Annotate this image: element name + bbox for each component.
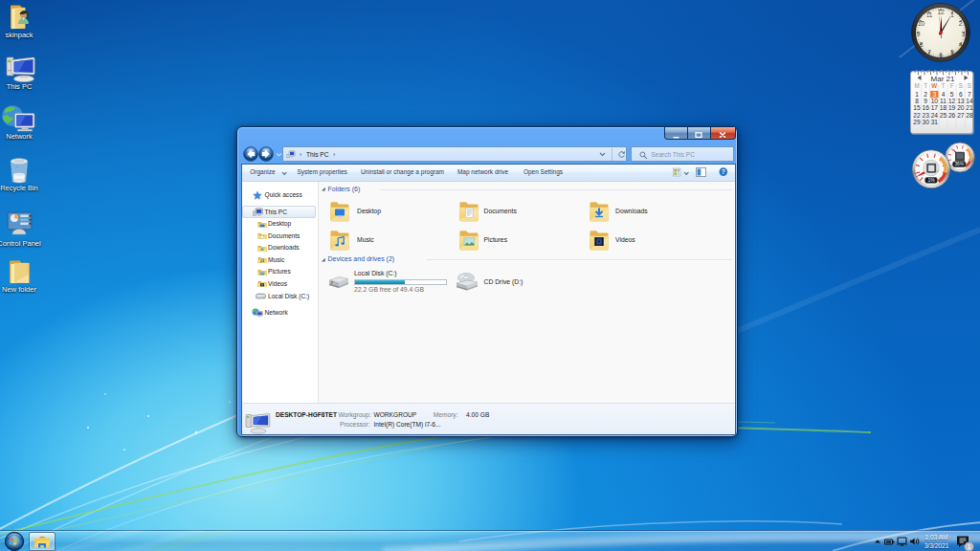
svg-text:Mar 21: Mar 21: [931, 75, 955, 83]
svg-text:F: F: [950, 82, 954, 89]
svg-text:M: M: [914, 82, 919, 89]
svg-text:2: 2: [959, 20, 963, 27]
svg-text:13: 13: [957, 98, 965, 104]
svg-text:15: 15: [913, 104, 921, 111]
svg-text:26: 26: [948, 112, 956, 119]
svg-text:22: 22: [913, 112, 921, 119]
svg-text:5: 5: [950, 91, 954, 98]
svg-text:8: 8: [920, 41, 924, 48]
svg-text:20: 20: [957, 104, 965, 111]
svg-text:7: 7: [968, 91, 971, 98]
svg-text:30: 30: [923, 119, 930, 125]
svg-text:12: 12: [948, 98, 956, 104]
svg-text:8: 8: [915, 98, 919, 104]
svg-text:1: 1: [967, 542, 970, 551]
svg-text:9: 9: [917, 31, 921, 37]
svg-text:1: 1: [915, 91, 919, 98]
svg-text:27: 27: [957, 112, 965, 119]
svg-text:S: S: [968, 82, 971, 89]
svg-text:36%: 36%: [954, 162, 964, 166]
svg-text:?: ?: [721, 168, 724, 175]
svg-text:14: 14: [966, 98, 973, 104]
svg-text:3: 3: [962, 31, 966, 37]
svg-text:6: 6: [939, 52, 943, 58]
svg-text:9: 9: [924, 98, 927, 104]
svg-text:1: 1: [950, 11, 954, 18]
svg-text:25: 25: [940, 112, 947, 119]
svg-text:10: 10: [931, 98, 939, 104]
svg-text:T: T: [924, 82, 927, 89]
svg-text:18: 18: [940, 104, 947, 111]
svg-text:W: W: [931, 82, 937, 89]
svg-text:19: 19: [948, 104, 956, 111]
svg-text:4: 4: [959, 41, 963, 48]
svg-text:4: 4: [942, 91, 946, 98]
svg-text:29: 29: [913, 119, 921, 125]
svg-text:S: S: [959, 82, 963, 89]
svg-text:21: 21: [966, 104, 973, 111]
svg-text:5: 5: [950, 49, 954, 55]
svg-text:11: 11: [940, 98, 947, 104]
svg-text:7: 7: [927, 49, 931, 55]
svg-text:3: 3: [932, 91, 936, 98]
svg-text:6: 6: [959, 91, 963, 98]
svg-text:23: 23: [923, 112, 930, 119]
svg-text:2: 2: [924, 91, 927, 98]
svg-text:1%: 1%: [927, 177, 935, 183]
svg-text:28: 28: [966, 112, 973, 119]
svg-text:16: 16: [923, 104, 930, 111]
svg-text:31: 31: [931, 119, 939, 125]
svg-text:17: 17: [931, 104, 939, 111]
svg-text:24: 24: [931, 112, 939, 119]
svg-text:T: T: [942, 82, 946, 89]
